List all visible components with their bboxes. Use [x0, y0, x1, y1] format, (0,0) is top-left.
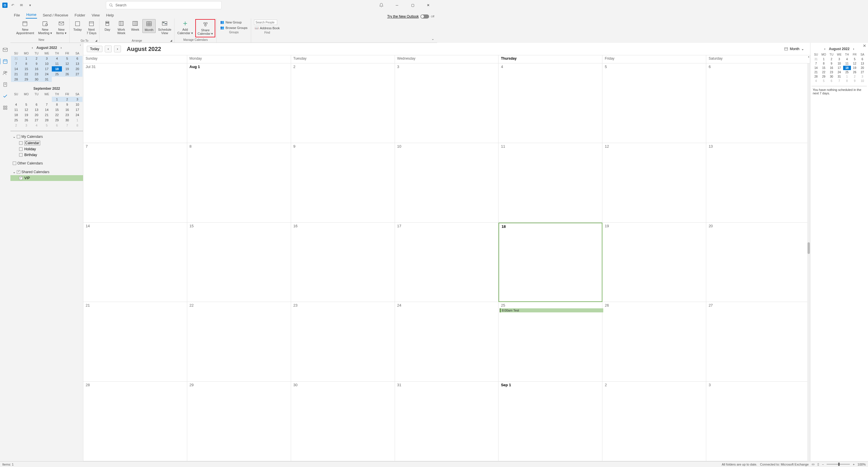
mini-cal-day[interactable]: 23 — [62, 112, 72, 118]
mini-cal-day[interactable]: 20 — [32, 112, 42, 118]
calendar-item-vip[interactable]: VIP — [10, 175, 83, 181]
share-calendar-button[interactable]: Share Calendar ▾ — [195, 19, 216, 37]
my-calendars-header[interactable]: ⌄My Calendars — [13, 134, 81, 140]
calendar-item-calendar[interactable]: Calendar — [13, 140, 81, 146]
new-meeting-button[interactable]: New Meeting ▾ — [36, 19, 54, 36]
mini-cal-day[interactable]: 13 — [32, 107, 42, 112]
mini-cal-day[interactable]: 8 — [72, 123, 83, 128]
tab-view[interactable]: View — [91, 12, 100, 19]
minimize-button[interactable]: ─ — [390, 1, 404, 10]
arrange-dialog-launcher[interactable]: ◢ — [101, 39, 173, 42]
checkbox[interactable] — [19, 176, 23, 180]
mini-cal-day[interactable]: 19 — [21, 112, 31, 118]
mini-cal-day[interactable]: 20 — [72, 66, 83, 71]
mini-cal-day[interactable] — [11, 97, 21, 102]
mini-cal-day[interactable]: 17 — [72, 107, 83, 112]
mini-cal-day[interactable]: 6 — [72, 56, 83, 61]
day-view-button[interactable]: Day — [101, 19, 114, 32]
mini-cal-day[interactable]: 28 — [11, 77, 21, 82]
undo-button[interactable]: ↶ — [9, 2, 16, 9]
mini-cal-day[interactable] — [52, 77, 62, 82]
month-view-button[interactable]: Month — [142, 19, 156, 33]
mini-cal-day[interactable]: 11 — [52, 61, 62, 66]
mini-cal-day[interactable]: 9 — [32, 61, 42, 66]
nav-notes[interactable] — [1, 80, 10, 89]
search-people-input[interactable] — [254, 20, 277, 25]
new-appointment-button[interactable]: New Appointment — [14, 19, 36, 36]
mini-cal-day[interactable]: 8 — [21, 61, 31, 66]
mini-cal-day[interactable]: 26 — [62, 71, 72, 77]
schedule-view-button[interactable]: Schedule View — [156, 19, 173, 36]
mini-cal-day[interactable]: 8 — [52, 102, 62, 107]
calendar-cell[interactable]: 8 — [187, 143, 291, 223]
mini-cal-day[interactable]: 2 — [62, 97, 72, 102]
mini-cal-day[interactable]: 18 — [11, 112, 21, 118]
mini-cal-day[interactable]: 13 — [72, 61, 83, 66]
search-input[interactable]: Search — [106, 1, 222, 9]
calendar-cell[interactable]: 9 — [291, 143, 395, 223]
mini-cal-day[interactable]: 6 — [32, 102, 42, 107]
mini-cal-day[interactable]: 5 — [62, 56, 72, 61]
goto-dialog-launcher[interactable]: ◢ — [71, 39, 98, 42]
mini-cal-day[interactable]: 31 — [11, 56, 21, 61]
mini-cal-day[interactable]: 31 — [42, 77, 52, 82]
mini-cal-day[interactable]: 1 — [21, 56, 31, 61]
mini-cal-day[interactable]: 21 — [11, 71, 21, 77]
mini-cal-day[interactable]: 24 — [72, 112, 83, 118]
mini-cal-day[interactable]: 12 — [21, 107, 31, 112]
month-grid[interactable]: SundayMondayTuesdayWednesdayThursdayFrid… — [83, 55, 437, 235]
tab-file[interactable]: File — [13, 12, 21, 19]
nav-people[interactable] — [1, 68, 10, 78]
nav-mail[interactable] — [1, 45, 10, 54]
ribbon-collapse-button[interactable]: ⌄ — [429, 35, 437, 42]
calendar-cell[interactable]: 15 — [187, 223, 291, 235]
mini-cal-day[interactable]: 10 — [72, 102, 83, 107]
mini-cal-day[interactable]: 5 — [21, 102, 31, 107]
maximize-button[interactable]: ▢ — [406, 1, 419, 10]
mini-cal-day[interactable]: 7 — [11, 61, 21, 66]
mini-cal-day[interactable]: 11 — [11, 107, 21, 112]
mini-cal-day[interactable]: 7 — [42, 102, 52, 107]
mini-calendar-grid[interactable]: SUMOTUWETHFRSA12345678910111213141516171… — [11, 92, 83, 128]
mini-cal-day[interactable]: 25 — [11, 118, 21, 123]
mini-cal-day[interactable]: 30 — [32, 77, 42, 82]
mini-cal-day[interactable]: 25 — [52, 71, 62, 77]
prev-month-button[interactable]: ‹ — [30, 46, 35, 50]
calendar-cell[interactable]: 7 — [83, 143, 187, 223]
checkbox[interactable] — [17, 135, 20, 138]
mini-cal-day[interactable]: 1 — [72, 118, 83, 123]
nav-calendar[interactable] — [1, 57, 10, 66]
qat-dropdown[interactable]: ▾ — [27, 2, 34, 9]
toggle-switch[interactable] — [421, 14, 429, 19]
mini-cal-day[interactable]: 24 — [42, 71, 52, 77]
mini-cal-day[interactable]: 30 — [62, 118, 72, 123]
mini-cal-day[interactable]: 6 — [52, 123, 62, 128]
mini-cal-day[interactable]: 3 — [42, 56, 52, 61]
mini-cal-day[interactable]: 4 — [11, 102, 21, 107]
next-period-button[interactable]: › — [114, 46, 121, 52]
mini-cal-day[interactable]: 9 — [62, 102, 72, 107]
mini-cal-day[interactable]: 21 — [42, 112, 52, 118]
calendar-cell[interactable]: Jul 31 — [83, 63, 187, 143]
mini-cal-day[interactable]: 16 — [62, 107, 72, 112]
mini-cal-day[interactable] — [32, 97, 42, 102]
new-items-button[interactable]: New Items ▾ — [54, 19, 68, 36]
new-group-button[interactable]: 👥New Group — [220, 20, 248, 25]
mini-cal-day[interactable]: 23 — [32, 71, 42, 77]
envelope-icon[interactable]: ✉ — [18, 2, 25, 9]
mini-cal-day[interactable] — [21, 97, 31, 102]
mini-cal-day[interactable]: 15 — [21, 66, 31, 71]
address-book-button[interactable]: 📖Address Book — [254, 26, 280, 30]
mini-cal-day[interactable]: 10 — [42, 61, 52, 66]
mini-cal-day[interactable] — [42, 97, 52, 102]
week-view-button[interactable]: Week — [128, 19, 142, 32]
mini-cal-day[interactable]: 5 — [42, 123, 52, 128]
mini-cal-day[interactable]: 22 — [52, 112, 62, 118]
calendar-cell[interactable]: 14 — [83, 223, 187, 235]
mini-cal-day[interactable]: 3 — [72, 97, 83, 102]
mini-cal-day[interactable]: 15 — [52, 107, 62, 112]
calendar-cell[interactable]: Aug 1 — [187, 63, 291, 143]
calendar-cell[interactable]: 3 — [395, 63, 437, 143]
calendar-cell[interactable]: 17 — [395, 223, 437, 235]
calendar-cell[interactable]: 16 — [291, 223, 395, 235]
